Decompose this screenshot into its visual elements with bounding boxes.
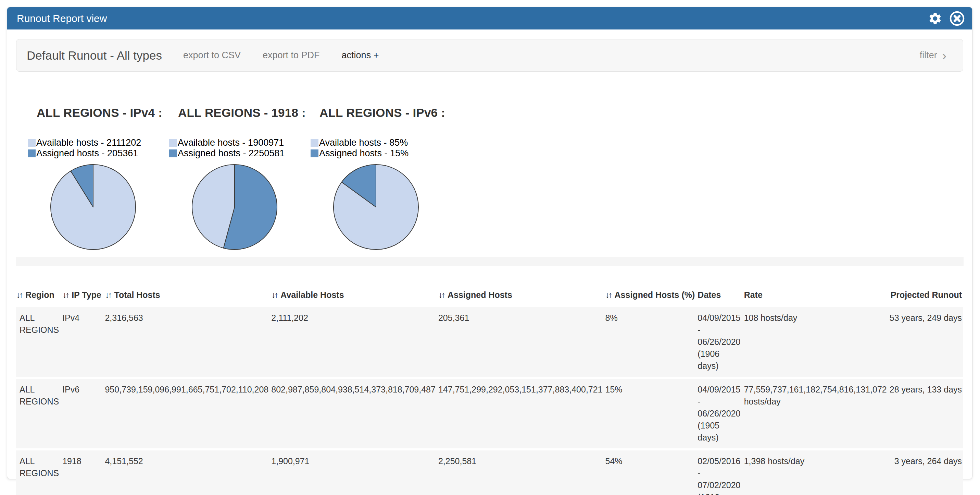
table-cell-assigned-hosts: 2,250,581 <box>438 450 605 495</box>
legend-item: Assigned hosts - 205361 <box>28 148 169 159</box>
report-toolbar: Default Runout - All types export to CSV… <box>16 39 963 72</box>
date-line: 06/26/2020 <box>697 336 741 348</box>
table-row: ALL REGIONS19184,151,5521,900,9712,250,5… <box>16 450 963 495</box>
date-line: 04/09/2015 <box>697 312 741 324</box>
legend-swatch <box>169 150 177 157</box>
date-line: (1906 days) <box>697 348 741 372</box>
runout-table: ↓↑Region↓↑IP Type↓↑Total Hosts↓↑Availabl… <box>16 284 963 495</box>
legend-label: Available hosts - 2111202 <box>36 137 141 148</box>
pie-charts-row: ALL REGIONS - IPv4 : Available hosts - 2… <box>28 106 972 251</box>
table-cell-region: ALL REGIONS <box>16 379 62 449</box>
table-cell-projected-runout: 28 years, 133 days <box>889 379 963 449</box>
legend-swatch <box>310 139 318 147</box>
sort-icon: ↓↑ <box>62 290 68 300</box>
table-cell-dates: 04/09/2015-06/26/2020(1906 days) <box>697 307 744 377</box>
table-cell-region: ALL REGIONS <box>16 307 62 377</box>
close-button[interactable] <box>949 10 965 27</box>
column-header-region[interactable]: ↓↑Region <box>16 286 62 305</box>
date-line: 02/05/2016 <box>697 455 741 467</box>
date-line: - <box>697 324 741 336</box>
table-cell-rate: 108 hosts/day <box>744 307 889 377</box>
table-cell-region: ALL REGIONS <box>16 450 62 495</box>
pie-chart <box>332 163 420 251</box>
date-line: 06/26/2020 <box>697 407 741 420</box>
gear-icon <box>928 11 942 26</box>
legend-label: Assigned hosts - 15% <box>319 148 409 159</box>
legend-label: Assigned hosts - 205361 <box>36 148 138 159</box>
column-label: Dates <box>697 290 721 300</box>
settings-button[interactable] <box>927 10 943 27</box>
table-cell-total-hosts: 2,316,563 <box>105 307 271 377</box>
table-cell-projected-runout: 53 years, 249 days <box>889 307 963 377</box>
date-line: - <box>697 467 741 479</box>
column-label: Projected Runout <box>891 290 962 300</box>
pie-chart-legend: Available hosts - 2111202Assigned hosts … <box>28 137 169 159</box>
table-cell-total-hosts: 4,151,552 <box>105 450 271 495</box>
table-row: ALL REGIONSIPv6950,739,159,096,991,665,7… <box>16 379 963 449</box>
table-cell-assigned-hosts: 15% <box>605 379 698 449</box>
date-line: (1905 days) <box>697 420 741 444</box>
legend-swatch <box>310 150 318 157</box>
table-cell-total-hosts: 950,739,159,096,991,665,751,702,110,208 <box>105 379 271 449</box>
table-cell-dates: 02/05/2016-07/02/2020(1610 days) <box>697 450 744 495</box>
close-icon <box>949 11 965 26</box>
window-titlebar: Runout Report view <box>7 7 972 29</box>
sort-icon: ↓↑ <box>271 290 277 300</box>
pie-chart-title: ALL REGIONS - 1918 : <box>178 106 310 120</box>
column-label: Region <box>25 290 54 300</box>
export-csv-link[interactable]: export to CSV <box>183 50 241 61</box>
runout-table-container: ↓↑Region↓↑IP Type↓↑Total Hosts↓↑Availabl… <box>16 284 963 495</box>
table-cell-ip-type: IPv4 <box>62 307 105 377</box>
column-header-total-hosts[interactable]: ↓↑Total Hosts <box>105 286 271 305</box>
table-cell-available-hosts: 1,900,971 <box>271 450 438 495</box>
table-cell-projected-runout: 3 years, 264 days <box>889 450 963 495</box>
column-header-dates: Dates <box>697 286 744 305</box>
table-cell-rate: 77,559,737,161,182,754,816,131,072 hosts… <box>744 379 889 449</box>
legend-item: Available hosts - 1900971 <box>169 137 310 148</box>
table-row: ALL REGIONSIPv42,316,5632,111,202205,361… <box>16 307 963 377</box>
column-label: Assigned Hosts (%) <box>615 290 695 300</box>
pie-chart-legend: Available hosts - 85%Assigned hosts - 15… <box>310 137 452 159</box>
filter-button[interactable]: filter › <box>920 50 947 61</box>
legend-item: Assigned hosts - 2250581 <box>169 148 310 159</box>
filter-label: filter <box>920 50 937 61</box>
column-header-assigned-hosts[interactable]: ↓↑Assigned Hosts <box>438 286 605 305</box>
legend-label: Available hosts - 85% <box>319 137 408 148</box>
column-label: IP Type <box>72 290 101 300</box>
table-cell-assigned-hosts: 54% <box>605 450 698 495</box>
table-cell-assigned-hosts: 147,751,299,292,053,151,377,883,400,721 <box>438 379 605 449</box>
export-pdf-link[interactable]: export to PDF <box>262 50 320 61</box>
column-header-available-hosts[interactable]: ↓↑Available Hosts <box>271 286 438 305</box>
table-cell-assigned-hosts: 8% <box>605 307 698 377</box>
date-line: 07/02/2020 <box>697 479 741 491</box>
date-line: - <box>697 396 741 407</box>
legend-label: Available hosts - 1900971 <box>178 137 284 148</box>
runout-report-panel: Runout Report view Default Runout - All … <box>7 7 972 479</box>
legend-item: Available hosts - 2111202 <box>28 137 169 148</box>
sort-icon: ↓↑ <box>105 290 111 300</box>
date-line: 04/09/2015 <box>697 383 741 396</box>
pie-chart-legend: Available hosts - 1900971Assigned hosts … <box>169 137 310 159</box>
column-label: Available Hosts <box>280 290 344 300</box>
window-title: Runout Report view <box>17 13 107 24</box>
table-cell-dates: 04/09/2015-06/26/2020(1905 days) <box>697 379 744 449</box>
pie-chart <box>49 163 137 251</box>
table-cell-ip-type: 1918 <box>62 450 105 495</box>
table-cell-ip-type: IPv6 <box>62 379 105 449</box>
pie-chart-block: ALL REGIONS - 1918 : Available hosts - 1… <box>169 106 310 251</box>
legend-item: Assigned hosts - 15% <box>310 148 452 159</box>
table-cell-available-hosts: 2,111,202 <box>271 307 438 377</box>
column-label: Rate <box>744 290 762 300</box>
pie-chart-title: ALL REGIONS - IPv6 : <box>320 106 452 120</box>
column-header-rate: Rate <box>744 286 889 305</box>
table-header-row: ↓↑Region↓↑IP Type↓↑Total Hosts↓↑Availabl… <box>16 286 963 305</box>
pie-chart-block: ALL REGIONS - IPv6 : Available hosts - 8… <box>310 106 452 251</box>
pie-chart-title: ALL REGIONS - IPv4 : <box>37 106 169 120</box>
table-cell-rate: 1,398 hosts/day <box>744 450 889 495</box>
column-label: Assigned Hosts <box>447 290 512 300</box>
column-header-assigned-hosts[interactable]: ↓↑Assigned Hosts (%) <box>605 286 698 305</box>
date-line: (1610 days) <box>697 491 741 495</box>
legend-swatch <box>28 150 36 157</box>
actions-menu-button[interactable]: actions + <box>342 50 379 61</box>
column-header-ip-type[interactable]: ↓↑IP Type <box>62 286 105 305</box>
